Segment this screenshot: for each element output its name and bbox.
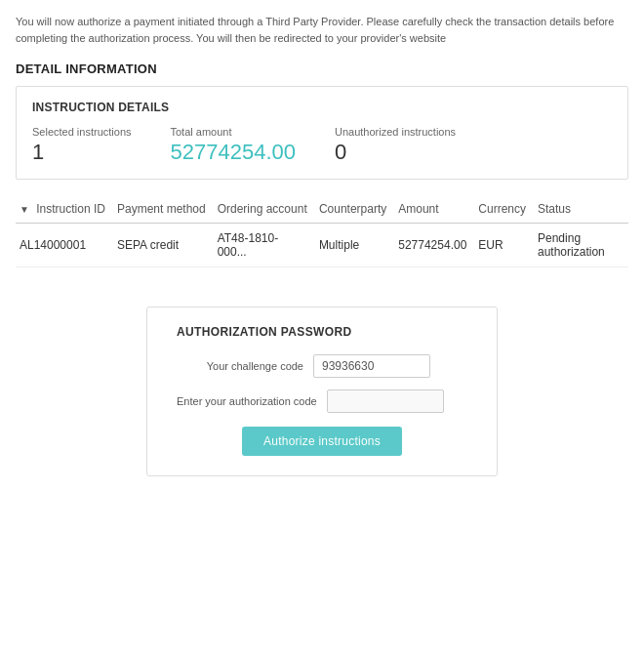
col-ordering-account: Ordering account — [214, 195, 315, 224]
col-currency: Currency — [474, 195, 534, 224]
table-section: ▼ Instruction ID Payment method Ordering… — [16, 195, 628, 267]
instruction-details-box: INSTRUCTION DETAILS Selected instruction… — [16, 86, 628, 180]
challenge-code-input — [313, 354, 430, 378]
stat-selected-label: Selected instructions — [32, 126, 132, 138]
stat-unauthorized: Unauthorized instructions 0 — [335, 126, 456, 165]
cell-4: 52774254.00 — [394, 224, 474, 267]
auth-title: AUTHORIZATION PASSWORD — [177, 325, 467, 339]
stats-row: Selected instructions 1 Total amount 527… — [32, 126, 612, 165]
stat-selected-instructions: Selected instructions 1 — [32, 126, 132, 165]
col-payment-method: Payment method — [113, 195, 214, 224]
stat-unauthorized-value: 0 — [335, 140, 456, 165]
top-notice: You will now authorize a payment initiat… — [0, 0, 644, 56]
auth-code-row: Enter your authorization code — [177, 390, 467, 413]
stat-selected-value: 1 — [32, 140, 132, 165]
stat-unauthorized-label: Unauthorized instructions — [335, 126, 456, 138]
col-currency-label: Currency — [478, 202, 526, 216]
col-instruction-id[interactable]: ▼ Instruction ID — [16, 195, 113, 224]
challenge-code-row: Your challenge code — [177, 354, 467, 378]
authorize-button[interactable]: Authorize instructions — [242, 427, 402, 456]
stat-total-label: Total amount — [171, 126, 296, 138]
stat-total-value: 52774254.00 — [171, 140, 296, 165]
cell-0: AL14000001 — [16, 224, 113, 267]
challenge-code-label: Your challenge code — [177, 360, 303, 372]
col-instruction-id-label: Instruction ID — [36, 202, 105, 216]
instructions-table: ▼ Instruction ID Payment method Ordering… — [16, 195, 628, 267]
instruction-details-title: INSTRUCTION DETAILS — [32, 101, 612, 114]
auth-box: AUTHORIZATION PASSWORD Your challenge co… — [146, 307, 498, 476]
col-counterparty-label: Counterparty — [319, 202, 386, 216]
section-title: DETAIL INFORMATION — [0, 56, 644, 86]
auth-code-input[interactable] — [327, 390, 444, 413]
col-counterparty: Counterparty — [315, 195, 394, 224]
stat-total-amount: Total amount 52774254.00 — [171, 126, 296, 165]
col-status-label: Status — [538, 202, 571, 216]
col-ordering-account-label: Ordering account — [218, 202, 307, 216]
cell-1: SEPA credit — [113, 224, 214, 267]
col-status: Status — [534, 195, 628, 224]
cell-6: Pending authorization — [534, 224, 628, 267]
notice-text: You will now authorize a payment initiat… — [16, 16, 614, 44]
table-row: AL14000001SEPA creditAT48-1810-000...Mul… — [16, 224, 628, 267]
bottom-section: AUTHORIZATION PASSWORD Your challenge co… — [0, 307, 644, 496]
cell-3: Multiple — [315, 224, 394, 267]
col-amount: Amount — [394, 195, 474, 224]
cell-2: AT48-1810-000... — [214, 224, 315, 267]
sort-arrow-icon: ▼ — [20, 204, 29, 215]
cell-5: EUR — [474, 224, 534, 267]
auth-code-label: Enter your authorization code — [177, 395, 317, 407]
table-header-row: ▼ Instruction ID Payment method Ordering… — [16, 195, 628, 224]
col-amount-label: Amount — [398, 202, 438, 216]
col-payment-method-label: Payment method — [117, 202, 206, 216]
